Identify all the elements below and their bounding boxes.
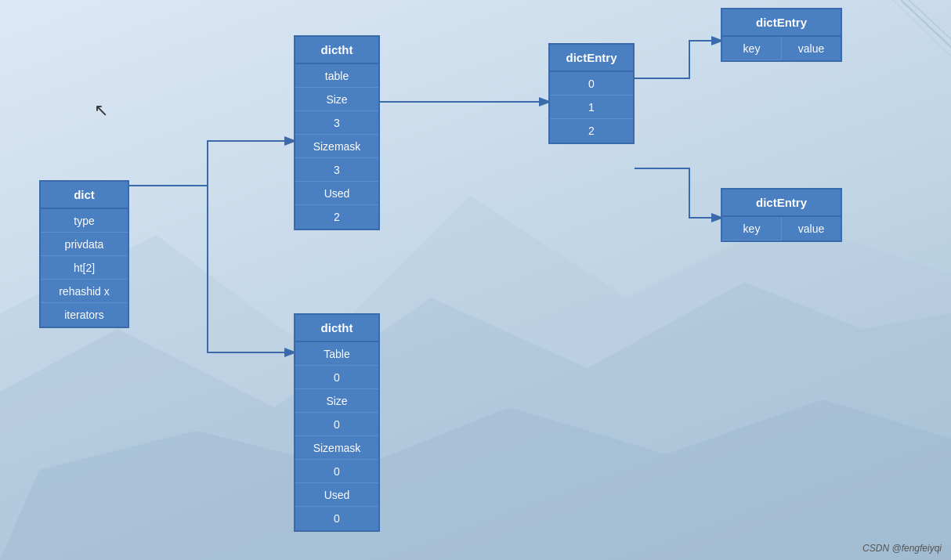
dictentry-array-1: 1 [550, 96, 633, 119]
dictentry-top-right-block: dictEntry key value [721, 8, 842, 62]
dictentry-array-block: dictEntry 0 1 2 [548, 43, 635, 144]
dictht-bottom-used-value: 0 [295, 507, 378, 530]
watermark: CSDN @fengfeiyqi [862, 543, 942, 554]
dict-iterators: iterators [41, 303, 128, 327]
dictht-bottom-sizemask-label: Sizemask [295, 436, 378, 460]
dictentry-bottom-right-value: value [782, 217, 841, 240]
dict-header: dict [41, 182, 128, 209]
dict-rehashid: rehashid x [41, 280, 128, 303]
dictht-top-header: dictht [295, 37, 378, 64]
dictentry-array-header: dictEntry [550, 45, 633, 72]
dictht-bottom-used-label: Used [295, 483, 378, 507]
mouse-cursor: ↖ [94, 100, 108, 121]
dictht-top-used-value: 2 [295, 205, 378, 229]
dictht-top-used-label: Used [295, 182, 378, 205]
dictht-top-table-label: table [295, 64, 378, 88]
dictht-top-sizemask-value: 3 [295, 158, 378, 182]
dictht-top-size-value: 3 [295, 111, 378, 135]
dictht-bottom-size-value: 0 [295, 413, 378, 436]
dictentry-bottom-right-key: key [722, 217, 782, 240]
dictht-top-block: dictht table Size 3 Sizemask 3 Used 2 [294, 35, 380, 230]
dict-block: dict type privdata ht[2] rehashid x iter… [39, 180, 129, 328]
dictht-bottom-block: dictht Table 0 Size 0 Sizemask 0 Used 0 [294, 313, 380, 532]
dictht-top-size-label: Size [295, 88, 378, 111]
dictht-bottom-header: dictht [295, 315, 378, 342]
dictht-bottom-table-label: Table [295, 342, 378, 366]
dictht-bottom-sizemask-value: 0 [295, 460, 378, 483]
dictentry-array-2: 2 [550, 119, 633, 143]
dictentry-top-right-value: value [782, 37, 841, 60]
dictentry-top-right-key: key [722, 37, 782, 60]
dictht-bottom-table-value: 0 [295, 366, 378, 389]
diagram-container: dict type privdata ht[2] rehashid x iter… [0, 0, 951, 560]
dictentry-top-right-header: dictEntry [722, 9, 841, 37]
dict-type: type [41, 209, 128, 233]
dictht-top-sizemask-label: Sizemask [295, 135, 378, 158]
dictht-bottom-size-label: Size [295, 389, 378, 413]
dict-ht2: ht[2] [41, 256, 128, 280]
dictentry-bottom-right-header: dictEntry [722, 190, 841, 217]
dict-privdata: privdata [41, 233, 128, 256]
dictentry-bottom-right-block: dictEntry key value [721, 188, 842, 242]
dictentry-array-0: 0 [550, 72, 633, 96]
